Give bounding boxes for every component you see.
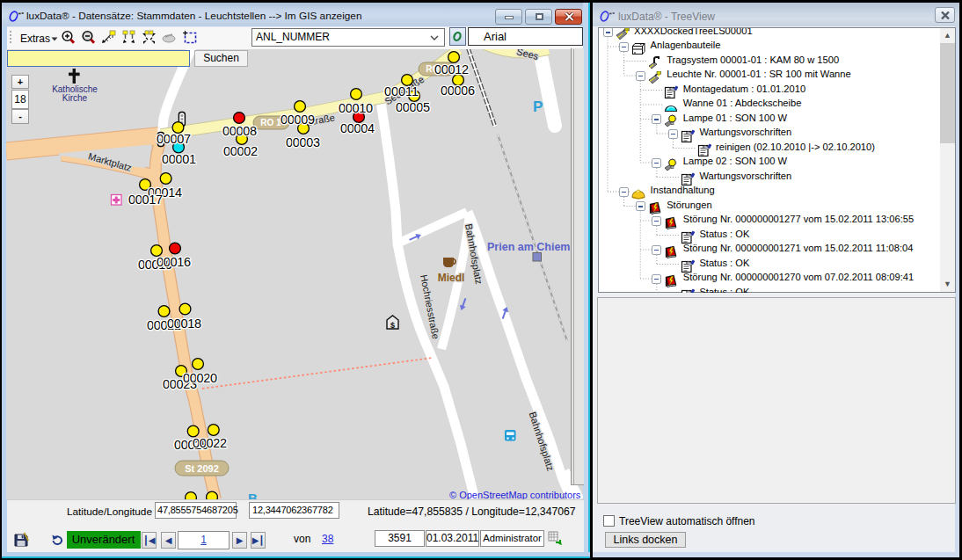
svg-text:Prien am Chiems: Prien am Chiems xyxy=(487,241,576,253)
svg-text:00007: 00007 xyxy=(157,132,191,146)
svg-text:00017: 00017 xyxy=(128,193,163,207)
svg-text:00003: 00003 xyxy=(286,135,320,149)
svg-text:P: P xyxy=(533,98,543,115)
svg-text:$: $ xyxy=(390,321,395,330)
svg-text:St 2092: St 2092 xyxy=(185,463,219,474)
svg-text:00005: 00005 xyxy=(396,100,430,114)
svg-text:00001: 00001 xyxy=(162,152,196,166)
svg-text:00006: 00006 xyxy=(441,84,475,98)
svg-text:00008: 00008 xyxy=(222,124,257,138)
svg-text:00010: 00010 xyxy=(339,101,373,115)
svg-text:00002: 00002 xyxy=(223,144,258,158)
svg-text:B: B xyxy=(248,491,258,499)
svg-text:Kirche: Kirche xyxy=(62,93,88,103)
svg-text:RO 1: RO 1 xyxy=(260,118,281,127)
svg-text:00020: 00020 xyxy=(183,371,217,385)
svg-text:00004: 00004 xyxy=(340,121,375,135)
svg-text:Miedl: Miedl xyxy=(438,272,465,284)
svg-text:00018: 00018 xyxy=(167,316,201,331)
svg-text:00012: 00012 xyxy=(434,62,469,76)
svg-text:00011: 00011 xyxy=(384,84,419,98)
svg-text:00016: 00016 xyxy=(157,255,191,269)
svg-text:00009: 00009 xyxy=(281,113,315,127)
svg-text:00022: 00022 xyxy=(193,436,227,450)
